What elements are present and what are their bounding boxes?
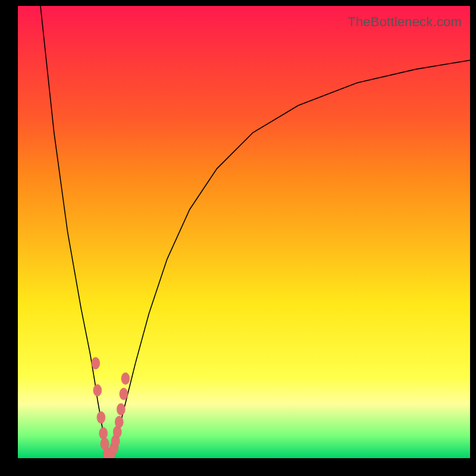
- marker-point: [97, 412, 105, 424]
- marker-point: [121, 372, 130, 384]
- curve-layer: [18, 6, 470, 458]
- marker-point: [99, 427, 108, 439]
- marker-point: [117, 403, 125, 415]
- marker-point: [115, 416, 123, 428]
- marker-point: [120, 388, 128, 400]
- chart-canvas: TheBottleneck.com: [0, 0, 476, 476]
- marker-group: [92, 357, 130, 458]
- marker-point: [92, 357, 100, 369]
- curve-right-branch: [108, 60, 470, 456]
- marker-point: [93, 384, 102, 396]
- watermark-text: TheBottleneck.com: [347, 14, 462, 30]
- plot-area: TheBottleneck.com: [18, 6, 470, 458]
